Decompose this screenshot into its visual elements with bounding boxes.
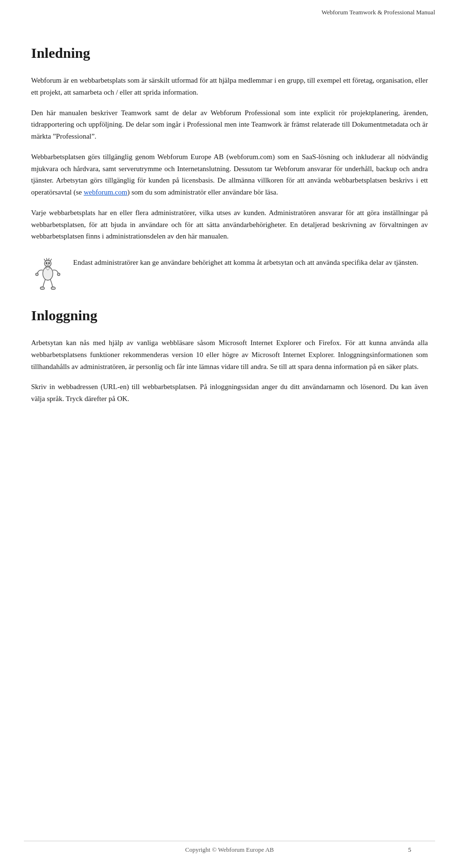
section1-paragraph4: Varje webbarbetsplats har en eller flera… — [31, 207, 428, 242]
svg-line-1 — [44, 259, 45, 261]
webforum-link1[interactable]: webforum.com — [84, 188, 127, 196]
svg-point-11 — [51, 287, 55, 289]
svg-point-9 — [57, 273, 60, 275]
footer-copyright: Copyright © Webforum Europe AB — [48, 846, 411, 854]
notice-text: Endast administratörer kan ge användare … — [73, 257, 428, 269]
svg-point-7 — [43, 267, 53, 280]
svg-line-2 — [46, 258, 47, 260]
notice-box: Endast administratörer kan ge användare … — [31, 257, 428, 293]
svg-line-3 — [49, 258, 49, 260]
svg-point-6 — [49, 262, 50, 263]
main-content: Inledning Webforum är en webbarbetsplats… — [0, 21, 459, 442]
page-container: Webforum Teamwork & Professional Manual … — [0, 0, 459, 868]
section2-paragraph2: Skriv in webbadressen (URL-en) till webb… — [31, 381, 428, 405]
svg-point-10 — [40, 287, 44, 289]
header-title: Webforum Teamwork & Professional Manual — [321, 9, 435, 16]
admin-icon — [31, 258, 65, 291]
svg-point-0 — [44, 260, 51, 267]
svg-point-5 — [46, 262, 47, 263]
section2-heading: Inloggning — [31, 307, 428, 324]
section1-paragraph2: Den här manualen beskriver Teamwork samt… — [31, 107, 428, 142]
page-footer: Copyright © Webforum Europe AB 5 — [24, 841, 435, 858]
section1-heading: Inledning — [31, 45, 428, 61]
page-header: Webforum Teamwork & Professional Manual — [0, 0, 459, 21]
notice-icon — [31, 258, 65, 293]
section1-paragraph3: Webbarbetsplatsen görs tillgänglig genom… — [31, 151, 428, 198]
svg-line-4 — [50, 259, 52, 261]
svg-point-8 — [36, 273, 38, 275]
page-number: 5 — [408, 846, 412, 854]
section2-paragraph1: Arbetsytan kan nås med hjälp av vanliga … — [31, 337, 428, 372]
section1-paragraph1: Webforum är en webbarbetsplats som är sä… — [31, 75, 428, 98]
